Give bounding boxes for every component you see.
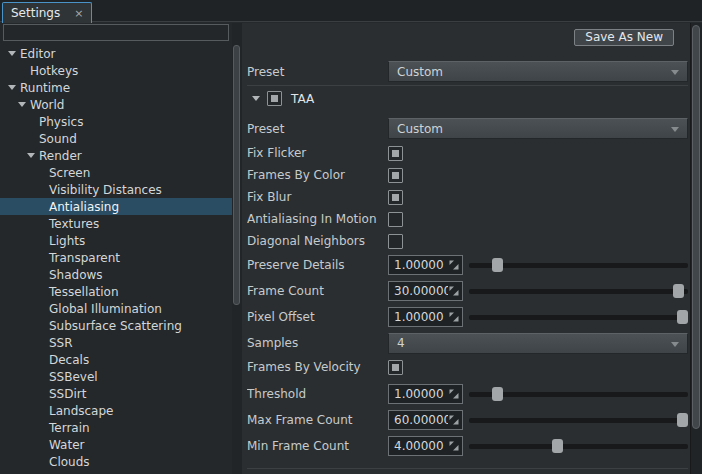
caret-down-icon[interactable] xyxy=(8,51,16,56)
tree-item-tessellation[interactable]: Tessellation xyxy=(0,283,232,300)
slider-thumb[interactable] xyxy=(492,258,503,272)
tree-item-terrain[interactable]: Terrain xyxy=(0,419,232,436)
fix-blur-checkbox[interactable] xyxy=(388,190,403,205)
tree-item-landscape[interactable]: Landscape xyxy=(0,402,232,419)
min-frame-count-label: Min Frame Count xyxy=(247,439,388,453)
diagonal-neighbors-label: Diagonal Neighbors xyxy=(247,234,388,248)
slider-track[interactable] xyxy=(469,444,688,449)
preserve-details-label: Preserve Details xyxy=(247,258,388,272)
tree-item-global-illumination[interactable]: Global Illumination xyxy=(0,300,232,317)
value-drag-icon[interactable] xyxy=(448,259,460,271)
min-frame-count-slider[interactable] xyxy=(469,435,688,457)
caret-down-icon[interactable] xyxy=(18,102,26,107)
tree-item-label: Landscape xyxy=(49,404,113,418)
tree-item-physics[interactable]: Physics xyxy=(0,113,232,130)
min-frame-count-input[interactable]: 4.00000 xyxy=(388,436,463,456)
pixel-offset-row: Pixel Offset 1.00000 xyxy=(247,304,688,330)
slider-thumb[interactable] xyxy=(677,413,688,427)
save-as-new-button[interactable]: Save As New xyxy=(574,29,674,46)
fix-blur-label: Fix Blur xyxy=(247,190,388,204)
tree-item-sound[interactable]: Sound xyxy=(0,130,232,147)
frame-count-slider[interactable] xyxy=(469,280,688,302)
antialiasing-in-motion-label: Antialiasing In Motion xyxy=(247,212,388,226)
tree-item-label: Hotkeys xyxy=(30,64,78,78)
tree-item-label: SSBevel xyxy=(49,370,98,384)
antialiasing-in-motion-checkbox[interactable] xyxy=(388,212,403,227)
taa-enabled-checkbox[interactable] xyxy=(267,91,282,106)
tree-item-editor[interactable]: Editor xyxy=(0,45,232,62)
tree-item-transparent[interactable]: Transparent xyxy=(0,249,232,266)
samples-select[interactable]: 4 xyxy=(388,333,688,354)
panel-scrollbar-thumb[interactable] xyxy=(692,25,700,429)
value-drag-icon[interactable] xyxy=(448,388,460,400)
slider-thumb[interactable] xyxy=(677,310,688,324)
tree-item-render[interactable]: Render xyxy=(0,147,232,164)
max-frame-count-slider[interactable] xyxy=(469,409,688,431)
tab-settings[interactable]: Settings × xyxy=(2,2,92,23)
tree-item-ssbevel[interactable]: SSBevel xyxy=(0,368,232,385)
diagonal-neighbors-checkbox[interactable] xyxy=(388,234,403,249)
slider-thumb[interactable] xyxy=(492,387,503,401)
chevron-down-icon xyxy=(671,70,679,75)
tree-item-ssr[interactable]: SSR xyxy=(0,334,232,351)
frames-by-velocity-label: Frames By Velocity xyxy=(247,360,388,374)
tree-item-world[interactable]: World xyxy=(0,96,232,113)
tree-item-clouds[interactable]: Clouds xyxy=(0,453,232,470)
taa-section-header[interactable]: TAA xyxy=(247,86,688,111)
pixel-offset-slider[interactable] xyxy=(469,306,688,328)
slider-track[interactable] xyxy=(469,289,688,294)
value-drag-icon[interactable] xyxy=(448,440,460,452)
number-value: 60.00000 xyxy=(394,413,448,427)
tree-item-hotkeys[interactable]: Hotkeys xyxy=(0,62,232,79)
tree-item-textures[interactable]: Textures xyxy=(0,215,232,232)
tree-item-label: Runtime xyxy=(20,81,70,95)
tree-item-label: Sound xyxy=(39,132,77,146)
caret-down-icon[interactable] xyxy=(252,96,260,101)
slider-thumb[interactable] xyxy=(673,284,684,298)
close-icon[interactable]: × xyxy=(74,8,83,19)
max-frame-count-input[interactable]: 60.00000 xyxy=(388,410,463,430)
number-value: 4.00000 xyxy=(394,439,448,453)
taa-preset-label: Preset xyxy=(247,122,388,136)
threshold-slider[interactable] xyxy=(469,383,688,405)
tree-item-subsurface-scattering[interactable]: Subsurface Scattering xyxy=(0,317,232,334)
tree-item-label: Render xyxy=(39,149,82,163)
frames-by-velocity-checkbox[interactable] xyxy=(388,360,403,375)
tree-item-ssdirt[interactable]: SSDirt xyxy=(0,385,232,402)
pixel-offset-input[interactable]: 1.00000 xyxy=(388,307,463,327)
taa-preset-select[interactable]: Custom xyxy=(388,118,688,139)
tree-item-visibility-distances[interactable]: Visibility Distances xyxy=(0,181,232,198)
tree-item-runtime[interactable]: Runtime xyxy=(0,79,232,96)
tree-item-lights[interactable]: Lights xyxy=(0,232,232,249)
slider-track[interactable] xyxy=(469,418,688,423)
value-drag-icon[interactable] xyxy=(448,285,460,297)
fix-flicker-checkbox[interactable] xyxy=(388,146,403,161)
tree-item-screen[interactable]: Screen xyxy=(0,164,232,181)
threshold-label: Threshold xyxy=(247,387,388,401)
preserve-details-input[interactable]: 1.00000 xyxy=(388,255,463,275)
slider-track[interactable] xyxy=(469,315,688,320)
tree-item-label: Water xyxy=(49,438,84,452)
sidebar-scrollbar-thumb[interactable] xyxy=(233,45,240,305)
caret-down-icon[interactable] xyxy=(8,85,16,90)
pixel-offset-label: Pixel Offset xyxy=(247,310,388,324)
slider-thumb[interactable] xyxy=(552,439,563,453)
frames-by-color-checkbox[interactable] xyxy=(388,168,403,183)
caret-down-icon[interactable] xyxy=(27,153,35,158)
preserve-details-slider[interactable] xyxy=(469,254,688,276)
number-value: 30.00000 xyxy=(394,284,448,298)
value-drag-icon[interactable] xyxy=(448,311,460,323)
tree-item-antialiasing[interactable]: Antialiasing xyxy=(0,198,232,215)
preset-select[interactable]: Custom xyxy=(388,61,688,82)
value-drag-icon[interactable] xyxy=(448,414,460,426)
tree-item-label: Visibility Distances xyxy=(49,183,162,197)
tree-item-water[interactable]: Water xyxy=(0,436,232,453)
sidebar-scrollbar[interactable] xyxy=(232,23,242,474)
tree-filter-input[interactable] xyxy=(3,24,229,41)
frame-count-input[interactable]: 30.00000 xyxy=(388,281,463,301)
tree-item-shadows[interactable]: Shadows xyxy=(0,266,232,283)
panel-scrollbar[interactable] xyxy=(690,23,702,474)
tree-item-decals[interactable]: Decals xyxy=(0,351,232,368)
number-value: 1.00000 xyxy=(394,387,448,401)
threshold-input[interactable]: 1.00000 xyxy=(388,384,463,404)
